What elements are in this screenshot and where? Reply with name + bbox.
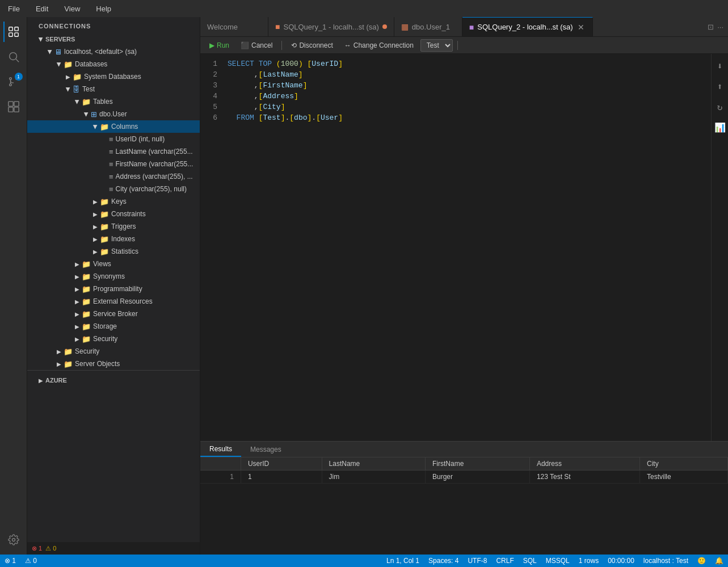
chart-icon[interactable]: 📊 (712, 120, 728, 136)
run-icon: ▶ (209, 41, 214, 49)
col-header-address: Address (529, 457, 639, 471)
status-position[interactable]: Ln 1, Col 1 (382, 555, 424, 567)
results-content: UserID LastName FirstName Address City 1… (200, 457, 728, 555)
security-server-folder-icon: 📁 (64, 347, 73, 356)
status-errors[interactable]: ⊗ 1 (0, 555, 20, 567)
language-label: SQL (523, 557, 537, 565)
service-broker-node[interactable]: ▶ 📁 Service Broker (27, 308, 200, 320)
tab-sqlquery2[interactable]: ■ SQLQuery_2 - localh...st (sa) ✕ (462, 17, 593, 36)
azure-node[interactable]: ▶ AZURE (27, 374, 200, 387)
test-db-node[interactable]: ▶ 🗄 Test (27, 83, 200, 95)
server-label: localhost, <default> (sa) (64, 48, 137, 56)
views-node[interactable]: ▶ 📁 Views (27, 258, 200, 270)
run-button[interactable]: ▶ Run (205, 40, 234, 51)
disconnect-button[interactable]: ⟲ Disconnect (287, 40, 337, 51)
security-db-node[interactable]: ▶ 📁 Security (27, 333, 200, 345)
menu-file[interactable]: File (5, 3, 23, 14)
external-resources-arrow: ▶ (73, 299, 82, 305)
tables-node[interactable]: ▶ 📁 Tables (27, 95, 200, 108)
svg-rect-3 (14, 33, 18, 36)
status-bell[interactable]: 🔔 (710, 555, 728, 567)
tabs-bar: Welcome ■ SQLQuery_1 - localh...st (sa) … (200, 17, 728, 37)
menu-bar: File Edit View Help (0, 0, 728, 17)
server-objects-label: Server Objects (75, 360, 120, 368)
server-node[interactable]: ▶ 🖥 localhost, <default> (sa) (27, 45, 200, 58)
indexes-node[interactable]: ▶ 📁 Indexes (27, 233, 200, 245)
tab-dbouser1[interactable]: ▦ dbo.User_1 (394, 17, 462, 36)
programmability-node[interactable]: ▶ 📁 Programmability (27, 283, 200, 295)
storage-arrow: ▶ (73, 324, 82, 330)
storage-label: Storage (93, 322, 117, 330)
tab-close-btn[interactable]: ✕ (576, 22, 586, 33)
cancel-button[interactable]: ⬛ Cancel (236, 40, 277, 51)
column-city[interactable]: ▶ ≡ City (varchar(255), null) (27, 183, 200, 195)
status-time[interactable]: 00:00:00 (603, 555, 639, 567)
status-dialect[interactable]: MSSQL (541, 555, 574, 567)
code-content[interactable]: SELECT TOP (1000) [UserID] ,[LastName] ,… (223, 54, 711, 441)
status-encoding[interactable]: UTF-8 (463, 555, 491, 567)
column-userid[interactable]: ▶ ≡ UserID (int, null) (27, 133, 200, 145)
cancel-label: Cancel (251, 41, 272, 49)
statistics-arrow: ▶ (91, 249, 100, 255)
menu-help[interactable]: Help (92, 3, 115, 14)
statistics-folder-icon: 📁 (100, 247, 109, 256)
ln-5: 5 (205, 102, 217, 112)
column-lastname[interactable]: ▶ ≡ LastName (varchar(255... (27, 145, 200, 158)
status-spaces[interactable]: Spaces: 4 (424, 555, 463, 567)
source-control-icon[interactable]: 1 (3, 72, 24, 92)
settings-icon[interactable] (3, 530, 24, 550)
tab-sqlquery1[interactable]: ■ SQLQuery_1 - localh...st (sa) (268, 17, 394, 36)
columns-arrow: ▶ (92, 122, 99, 131)
servers-section[interactable]: ▶ SERVERS (27, 33, 200, 45)
results-tab-results[interactable]: Results (200, 442, 241, 457)
dbo-user-node[interactable]: ▶ ⊞ dbo.User (27, 108, 200, 120)
system-databases-folder-icon: 📁 (73, 73, 82, 81)
status-server[interactable]: localhost : Test (639, 555, 693, 567)
results-tabs: Results Messages (200, 442, 728, 457)
encoding-label: UTF-8 (468, 557, 487, 565)
change-connection-label: Change Connection (354, 41, 414, 49)
export-icon[interactable]: ⬇ (715, 58, 725, 74)
databases-node[interactable]: ▶ 📁 Databases (27, 58, 200, 70)
column-firstname[interactable]: ▶ ≡ FirstName (varchar(255... (27, 158, 200, 170)
columns-node[interactable]: ▶ 📁 Columns (27, 120, 200, 133)
constraints-node[interactable]: ▶ 📁 Constraints (27, 208, 200, 220)
table-header-row: UserID LastName FirstName Address City (200, 457, 728, 471)
server-objects-folder-icon: 📁 (64, 360, 73, 368)
menu-view[interactable]: View (61, 3, 83, 14)
cell-rownum: 1 (200, 471, 241, 484)
refresh-icon[interactable]: ↻ (715, 99, 725, 115)
extensions-icon[interactable] (3, 96, 24, 117)
editor-area: Welcome ■ SQLQuery_1 - localh...st (sa) … (200, 17, 728, 555)
more-tabs-icon[interactable]: ··· (717, 23, 723, 31)
status-smiley[interactable]: 🙂 (693, 555, 710, 567)
external-resources-node[interactable]: ▶ 📁 External Resources (27, 295, 200, 308)
status-warnings[interactable]: ⚠ 0 (20, 555, 41, 567)
status-lineending[interactable]: CRLF (491, 555, 518, 567)
menu-edit[interactable]: Edit (32, 3, 52, 14)
connections-icon[interactable] (3, 22, 24, 42)
connection-select[interactable]: Test (420, 39, 453, 52)
col-header-lastname: LastName (322, 457, 425, 471)
import-icon[interactable]: ⬆ (715, 79, 725, 95)
code-line-4: ,[Address] (228, 91, 711, 102)
column-address[interactable]: ▶ ≡ Address (varchar(255), ... (27, 170, 200, 183)
synonyms-arrow: ▶ (73, 274, 82, 280)
tab-welcome[interactable]: Welcome (200, 17, 268, 36)
triggers-node[interactable]: ▶ 📁 Triggers (27, 220, 200, 233)
security-server-node[interactable]: ▶ 📁 Security (27, 345, 200, 358)
system-databases-node[interactable]: ▶ 📁 System Databases (27, 70, 200, 83)
status-rows[interactable]: 1 rows (574, 555, 603, 567)
keys-node[interactable]: ▶ 📁 Keys (27, 195, 200, 208)
statistics-node[interactable]: ▶ 📁 Statistics (27, 245, 200, 258)
views-arrow: ▶ (73, 261, 82, 267)
synonyms-node[interactable]: ▶ 📁 Synonyms (27, 270, 200, 283)
split-editor-icon[interactable]: ⊡ (708, 23, 714, 31)
storage-node[interactable]: ▶ 📁 Storage (27, 320, 200, 333)
results-tab-messages[interactable]: Messages (241, 442, 291, 457)
status-language[interactable]: SQL (519, 555, 541, 567)
change-connection-button[interactable]: ↔ Change Connection (340, 40, 418, 51)
column-userid-label: UserID (int, null) (116, 135, 165, 143)
search-icon[interactable] (3, 47, 24, 67)
server-objects-node[interactable]: ▶ 📁 Server Objects (27, 358, 200, 370)
